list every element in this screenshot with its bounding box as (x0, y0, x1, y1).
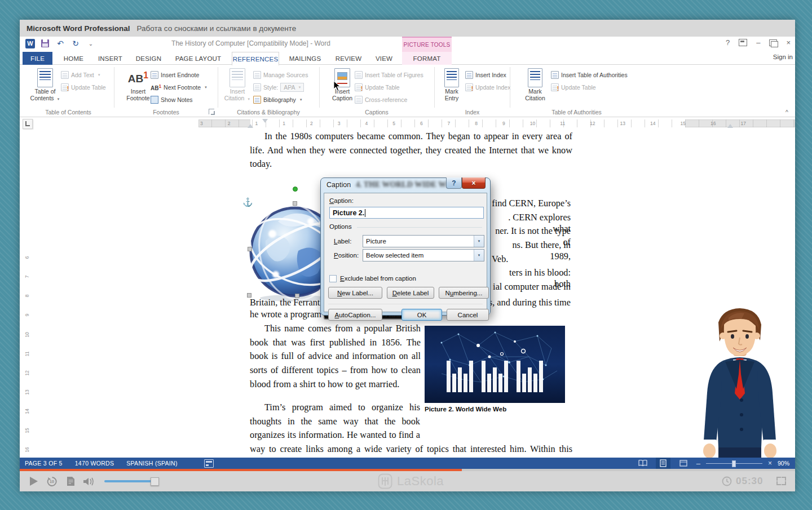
cross-reference-button[interactable]: Cross-reference (355, 94, 407, 105)
bibliography-button[interactable]: Bibliography▼ (253, 94, 303, 105)
replay-10-button[interactable]: 10 (46, 471, 58, 491)
tab-home[interactable]: HOME (59, 52, 89, 65)
zoom-level[interactable]: 90% (778, 460, 789, 467)
manage-sources-button[interactable]: Manage Sources (253, 69, 308, 81)
undo-button[interactable]: ↶ (55, 38, 65, 48)
play-button[interactable] (28, 471, 40, 491)
insert-table-of-figures-button[interactable]: Insert Table of Figures (355, 69, 423, 81)
print-layout-button[interactable] (656, 458, 670, 469)
update-index-button[interactable]: Update Index (465, 82, 510, 93)
delete-label-button[interactable]: Delete Label (387, 287, 434, 299)
dialog-close-button[interactable]: × (462, 178, 486, 189)
update-table-button[interactable]: Update Table (355, 82, 400, 93)
zoom-out-button[interactable]: – (696, 459, 700, 468)
caption-input[interactable]: Picture 2. (329, 207, 484, 219)
label-dropdown[interactable]: Picture▼ (363, 235, 484, 247)
web-layout-button[interactable] (676, 458, 691, 469)
first-line-indent-marker[interactable] (262, 119, 268, 123)
www-picture[interactable] (425, 326, 565, 403)
horizontal-ruler[interactable]: 3211234567891011121314151617 (20, 117, 795, 130)
insert-table-of-authorities-button[interactable]: Insert Table of Authorities (551, 69, 628, 81)
sign-in-link[interactable]: Sign in (773, 54, 793, 60)
manage-sources-icon (253, 71, 261, 79)
dialog-title[interactable]: Caption (326, 181, 351, 189)
resize-handle[interactable] (248, 247, 252, 251)
dialog-help-button[interactable]: ? (446, 178, 462, 189)
new-label-button[interactable]: New Label... (328, 287, 382, 299)
insert-footnote-button[interactable]: AB1 InsertFootnote (122, 68, 154, 101)
update-table-button[interactable]: Update Table (61, 82, 106, 93)
tab-page-layout[interactable]: PAGE LAYOUT (171, 52, 226, 65)
insert-citation-button[interactable]: InsertCitation ▼ (222, 68, 253, 103)
chevron-down-icon[interactable]: ▼ (474, 250, 484, 261)
tab-mailings[interactable]: MAILINGS (285, 52, 325, 65)
group-label: Captions (320, 109, 434, 116)
proofing-icon[interactable] (204, 459, 214, 468)
cancel-button[interactable]: Cancel (447, 309, 489, 321)
exclude-label-checkbox[interactable] (329, 275, 337, 282)
document-page[interactable]: 678910111213141516171819202122 In the 19… (20, 130, 795, 458)
close-button[interactable]: × (786, 38, 791, 47)
chevron-down-icon[interactable]: ▼ (474, 236, 484, 247)
update-table-icon (61, 83, 69, 91)
language-indicator[interactable]: SPANISH (SPAIN) (126, 460, 177, 467)
customize-qat-button[interactable]: ⌄ (86, 38, 96, 48)
left-indent-marker[interactable] (248, 124, 253, 128)
collapse-ribbon-button[interactable]: ^ (785, 109, 788, 114)
ribbon-display-options-button[interactable] (739, 39, 747, 46)
tab-insert[interactable]: INSERT (95, 52, 126, 65)
page-indicator[interactable]: PAGE 3 OF 5 (25, 460, 63, 467)
add-text-button[interactable]: Add Text▼ (61, 69, 101, 81)
insert-caption-button[interactable]: InsertCaption (326, 68, 358, 101)
word-logo-icon[interactable]: W (25, 39, 35, 48)
resize-handle[interactable] (295, 294, 299, 298)
zoom-in-button[interactable]: × (768, 459, 772, 467)
table-of-contents-button[interactable]: Table ofContents ▼ (29, 68, 61, 103)
right-indent-marker[interactable] (727, 124, 733, 128)
chevron-down-icon: ▼ (299, 98, 303, 101)
mark-entry-button[interactable]: MarkEntry (436, 68, 467, 101)
save-button[interactable] (40, 38, 50, 48)
mark-citation-button[interactable]: MarkCitation (519, 68, 551, 101)
resize-handle[interactable] (293, 201, 297, 206)
update-index-icon (465, 83, 473, 91)
tab-review[interactable]: REVIEW (332, 52, 365, 65)
autocaption-button[interactable]: AutoCaption... (328, 309, 382, 321)
next-footnote-button[interactable]: AB1Next Footnote▼ (151, 82, 208, 93)
insert-endnote-button[interactable]: Insert Endnote (151, 69, 199, 81)
tab-design[interactable]: DESIGN (133, 52, 165, 65)
volume-slider-handle[interactable] (151, 477, 159, 486)
fullscreen-button[interactable] (776, 477, 786, 485)
numbering-button[interactable]: Numbering... (439, 287, 489, 299)
tab-format[interactable]: FORMAT (402, 52, 452, 65)
paragraph-fragments: find CERN, Europe’s. CERN explores whatn… (492, 198, 571, 295)
vertical-ruler: 678910111213141516171819202122 (21, 255, 33, 458)
mark-entry-icon (444, 68, 459, 87)
zoom-slider[interactable] (706, 458, 762, 469)
show-notes-button[interactable]: Show Notes (151, 94, 193, 105)
volume-slider[interactable] (104, 480, 158, 482)
minimize-button[interactable]: – (756, 38, 760, 47)
redo-button[interactable]: ↻ (70, 38, 81, 48)
rotate-handle[interactable] (293, 187, 298, 192)
update-table-button[interactable]: Update Table (551, 82, 596, 93)
zoom-slider-thumb[interactable] (732, 460, 736, 467)
word-count[interactable]: 1470 WORDS (75, 460, 114, 467)
tab-stop-selector[interactable] (23, 119, 33, 129)
tab-view[interactable]: VIEW (372, 52, 396, 65)
style-dropdown[interactable]: Style: APA▼ (253, 82, 304, 93)
restore-button[interactable] (769, 39, 777, 46)
help-button[interactable]: ? (726, 38, 730, 47)
ok-button[interactable]: OK (401, 309, 442, 321)
read-mode-button[interactable] (636, 458, 650, 469)
video-player-bar: 10 LaSkola 05:30 (20, 471, 795, 491)
notes-button[interactable] (64, 471, 77, 491)
tab-references[interactable]: REFERENCES (232, 52, 279, 65)
resize-handle[interactable] (247, 293, 251, 298)
insert-index-button[interactable]: Insert Index (465, 69, 506, 81)
mark-citation-icon (528, 68, 542, 87)
position-dropdown[interactable]: Below selected item▼ (363, 249, 484, 261)
tab-file[interactable]: FILE (23, 52, 52, 65)
insert-endnote-icon (151, 71, 158, 79)
volume-button[interactable] (82, 471, 96, 491)
